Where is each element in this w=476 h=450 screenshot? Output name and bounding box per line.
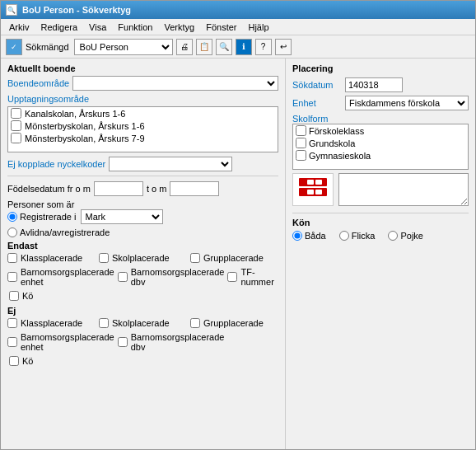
sokmangd-label: Sökmängd [26, 42, 69, 52]
skolform-check-0[interactable] [296, 125, 306, 136]
placering-header: Placering [292, 63, 469, 73]
check-barnomsorgs-enhet: Barnomsorgsplacerade enhet [7, 267, 114, 287]
check-grupplacerade: Grupplacerade [190, 253, 278, 263]
sokmangd-select[interactable]: BoU Person [74, 39, 173, 55]
skolform-check-1[interactable] [296, 138, 306, 148]
sokdatum-input[interactable] [345, 77, 403, 92]
check-ko-input[interactable] [9, 291, 19, 301]
menu-verktyg[interactable]: Verktyg [160, 21, 200, 34]
bada-radio: Båda [292, 231, 326, 241]
placering-textarea[interactable] [338, 173, 469, 206]
menu-hjalp[interactable]: Hjälp [243, 21, 273, 34]
check-barnomsorgs-dbv: Barnomsorgsplacerade dbv [118, 267, 225, 287]
flicka-radio-input[interactable] [339, 231, 349, 241]
registrerade-label: Registrerade i [20, 212, 76, 222]
enhet-select[interactable]: Fiskdammens förskola [345, 96, 469, 110]
menu-visa[interactable]: Visa [84, 21, 111, 34]
ej-check-grupplacerade-input[interactable] [190, 318, 200, 328]
toolbar-btn-1[interactable]: 🖨 [176, 39, 193, 55]
pojke-label: Pojke [400, 231, 423, 241]
skolform-listbox[interactable]: Förskoleklass Grundskola Gymnasieskola [292, 124, 469, 170]
enhet-label: Enhet [292, 98, 342, 108]
check-barnomsorgs-dbv-input[interactable] [118, 272, 128, 282]
ej-check-skolplacerade: Skolplacerade [99, 318, 187, 328]
ej-check-barnomsorgs-dbv: Barnomsorgsplacerade dbv [118, 332, 225, 352]
check-klassplacerade-input[interactable] [7, 253, 17, 263]
fodelse-tom-label: t o m [147, 184, 166, 194]
upptagningsomrade-listbox[interactable]: Kanalskolan, Årskurs 1-6 Mönsterbyskolan… [7, 106, 278, 152]
school-check-0[interactable] [11, 108, 21, 119]
avlidna-radio-input[interactable] [7, 227, 17, 237]
toolbar-btn-info[interactable]: ℹ [236, 39, 252, 55]
personer-label: Personer som är [7, 199, 74, 209]
boendeomrade-select[interactable] [72, 76, 278, 91]
endast-label: Endast [7, 241, 278, 251]
boendeomrade-label: Boendeområde [7, 78, 69, 88]
skolform-item-0: Förskoleklass [293, 124, 468, 137]
left-panel: Aktuellt boende Boendeområde Upptagnings… [1, 59, 286, 449]
check-ko: Kö [9, 291, 278, 301]
ej-check-klassplacerade-input[interactable] [7, 318, 17, 328]
aktuellt-boende-label: Aktuellt boende [7, 63, 278, 73]
window-title: BoU Person - Sökverktyg [22, 5, 131, 15]
ej-check-ko-input[interactable] [9, 356, 19, 366]
toolbar-checkbox[interactable]: ✓ [6, 39, 22, 55]
toolbar-btn-3[interactable]: 🔍 [216, 39, 232, 55]
registrerade-select[interactable]: Mark [81, 209, 163, 224]
check-tf-nummer-input[interactable] [227, 272, 237, 282]
flicka-radio: Flicka [339, 231, 376, 241]
check-klassplacerade: Klassplacerade [7, 253, 96, 263]
toolbar: ✓ Sökmängd BoU Person 🖨 📋 🔍 ℹ ? ↩ [1, 35, 475, 59]
fodelse-tom-input[interactable] [170, 181, 219, 196]
school-check-2[interactable] [11, 133, 21, 143]
avlidna-label: Avlidna/avregistrerade [20, 227, 110, 237]
check-skolplacerade-input[interactable] [99, 253, 109, 263]
ej-check-skolplacerade-input[interactable] [99, 318, 109, 328]
bada-radio-input[interactable] [292, 231, 302, 241]
right-panel: Placering Sökdatum Enhet Fiskdammens för… [286, 59, 475, 449]
ej-check-barnomsorgs-dbv-input[interactable] [118, 337, 128, 347]
school-item-0: Kanalskolan, Årskurs 1-6 [8, 107, 278, 120]
check-tf-nummer: TF-nummer [227, 267, 278, 287]
svg-rect-2 [307, 180, 314, 185]
nyckelkoder-select[interactable] [109, 157, 232, 171]
check-grupplacerade-input[interactable] [190, 253, 200, 263]
fodelse-row: Födelsedatum fr o m t o m [7, 181, 278, 196]
ej-row-2: Barnomsorgsplacerade enhet Barnomsorgspl… [7, 332, 278, 354]
menu-redigera[interactable]: Redigera [35, 21, 82, 34]
ej-section: Ej Klassplacerade Skolplacerade Grupplac… [7, 306, 278, 366]
ej-check-barnomsorgs-enhet-input[interactable] [7, 337, 17, 347]
svg-rect-5 [315, 190, 322, 195]
ej-check-barnomsorgs-enhet: Barnomsorgsplacerade enhet [7, 332, 114, 352]
toolbar-btn-refresh[interactable]: ↩ [275, 39, 292, 55]
skolform-section: Skolform Förskoleklass Grundskola Gymnas… [292, 114, 469, 170]
toolbar-btn-help[interactable]: ? [255, 39, 272, 55]
sokdatum-label: Sökdatum [292, 80, 342, 90]
check-barnomsorgs-enhet-input[interactable] [7, 272, 17, 282]
main-window: 🔍 BoU Person - Sökverktyg Arkiv Redigera… [0, 0, 476, 450]
ej-check-grupplacerade: Grupplacerade [190, 318, 278, 328]
pojke-radio: Pojke [388, 231, 423, 241]
boendeomrade-row: Boendeområde [7, 76, 278, 91]
school-check-1[interactable] [11, 120, 21, 131]
window-icon: 🔍 [6, 4, 17, 16]
check-skolplacerade: Skolplacerade [99, 253, 187, 263]
skolform-check-2[interactable] [296, 150, 306, 161]
fodelse-from-input[interactable] [94, 181, 143, 196]
menu-bar: Arkiv Redigera Visa Funktion Verktyg Fön… [1, 19, 475, 35]
endast-row-1: Klassplacerade Skolplacerade Grupplacera… [7, 253, 278, 265]
pojke-radio-input[interactable] [388, 231, 398, 241]
menu-arkiv[interactable]: Arkiv [4, 21, 34, 34]
menu-funktion[interactable]: Funktion [113, 21, 157, 34]
content-area: Aktuellt boende Boendeområde Upptagnings… [1, 59, 475, 449]
endast-row-2: Barnomsorgsplacerade enhet Barnomsorgspl… [7, 267, 278, 288]
toolbar-btn-2[interactable]: 📋 [196, 39, 212, 55]
ej-label: Ej [7, 306, 278, 316]
registrerade-radio-input[interactable] [7, 212, 17, 222]
fodelse-label: Födelsedatum fr o m [7, 184, 91, 194]
menu-fonster[interactable]: Fönster [201, 21, 241, 34]
ej-check-klassplacerade: Klassplacerade [7, 318, 96, 328]
kon-section: Kön Båda Flicka Pojke [292, 218, 469, 241]
bada-label: Båda [305, 231, 326, 241]
enhet-row: Enhet Fiskdammens förskola [292, 96, 469, 110]
